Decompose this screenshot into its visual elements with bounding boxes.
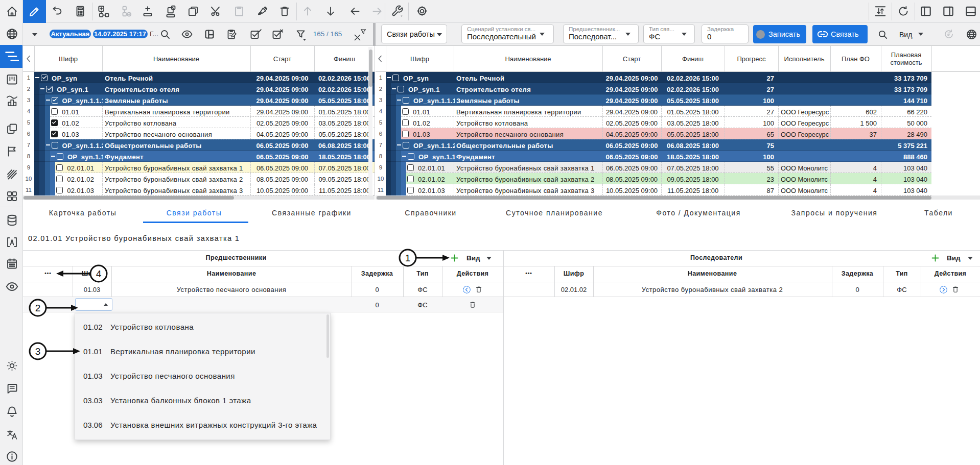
svg-text:1: 1 — [405, 253, 411, 263]
svg-text:2: 2 — [35, 303, 41, 313]
svg-text:4: 4 — [96, 268, 102, 279]
svg-text:3: 3 — [35, 346, 41, 357]
